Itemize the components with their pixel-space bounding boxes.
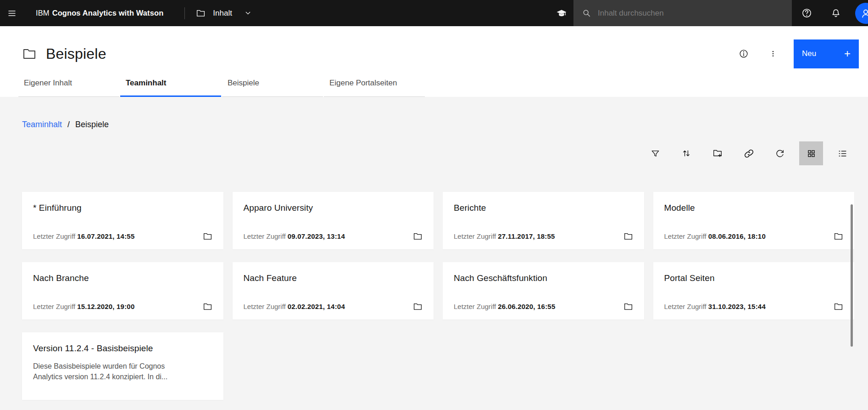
card-meta-label: Letzter Zugriff [33, 303, 75, 310]
breadcrumb-separator: / [67, 120, 70, 129]
folder-icon [196, 8, 206, 18]
filter-icon [651, 149, 660, 158]
card-meta: Letzter Zugriff27.11.2017, 18:55 [454, 231, 633, 241]
list-view-button[interactable] [830, 141, 854, 165]
folder-card[interactable]: Nach Feature Letzter Zugriff02.02.2021, … [233, 262, 434, 320]
card-date: 31.10.2023, 15:44 [708, 303, 766, 310]
card-date: 09.07.2023, 13:14 [288, 232, 345, 240]
tab-beispiele[interactable]: Beispiele [222, 76, 323, 97]
grid-view-icon [807, 149, 816, 158]
notifications-button[interactable] [824, 0, 848, 26]
card-title: Apparo University [244, 203, 423, 213]
card-title: Nach Geschäftsfunktion [454, 273, 633, 283]
card-meta: Letzter Zugriff26.06.2020, 16:55 [454, 302, 633, 311]
card-date: 02.02.2021, 14:04 [288, 303, 345, 310]
card-meta: Letzter Zugriff31.10.2023, 15:44 [664, 302, 844, 311]
folder-card[interactable]: Nach Geschäftsfunktion Letzter Zugriff26… [443, 262, 644, 320]
help-icon [801, 7, 812, 19]
person-icon [860, 7, 868, 19]
cards-grid: * Einführung Letzter Zugriff16.07.2021, … [22, 192, 854, 400]
card-meta-text: Letzter Zugriff02.02.2021, 14:04 [244, 303, 345, 310]
help-button[interactable] [795, 0, 818, 26]
card-meta: Letzter Zugriff15.12.2020, 19:00 [33, 302, 212, 311]
search-input[interactable] [598, 9, 786, 18]
user-avatar[interactable] [855, 3, 868, 24]
page-folder-icon [22, 46, 37, 61]
breadcrumb: Teaminhalt / Beispiele [0, 97, 868, 129]
breadcrumb-parent-link[interactable]: Teaminhalt [22, 120, 62, 129]
hamburger-icon [7, 9, 17, 18]
folder-icon [623, 231, 633, 241]
card-meta-text: Letzter Zugriff27.11.2017, 18:55 [454, 232, 555, 240]
card-title: Version 11.2.4 - Basisbeispiele [33, 343, 212, 354]
page-header: Beispiele Neu + Eigener Inhalt Teaminhal… [0, 26, 868, 97]
filter-button[interactable] [643, 141, 667, 165]
card-title: Portal Seiten [664, 273, 844, 283]
card-meta-label: Letzter Zugriff [33, 232, 75, 240]
overflow-menu-button[interactable] [762, 43, 784, 64]
new-folder-button[interactable] [706, 141, 729, 165]
graduation-cap-icon [556, 8, 567, 19]
folder-icon [834, 302, 843, 311]
folder-card[interactable]: Modelle Letzter Zugriff08.06.2016, 18:10 [653, 192, 855, 249]
info-button[interactable] [733, 43, 754, 64]
info-icon [738, 48, 749, 59]
global-search [573, 0, 792, 26]
card-meta-text: Letzter Zugriff08.06.2016, 18:10 [664, 232, 766, 240]
card-meta-label: Letzter Zugriff [454, 303, 496, 310]
card-date: 27.11.2017, 18:55 [498, 232, 555, 240]
vertical-scrollbar[interactable] [851, 204, 853, 347]
link-button[interactable] [737, 141, 761, 165]
card-meta-text: Letzter Zugriff16.07.2021, 14:55 [33, 232, 134, 240]
folder-card[interactable]: Berichte Letzter Zugriff27.11.2017, 18:5… [443, 192, 644, 249]
folder-plus-icon [712, 148, 723, 158]
card-date: 15.12.2020, 19:00 [77, 303, 134, 310]
card-meta: Letzter Zugriff08.06.2016, 18:10 [664, 231, 844, 241]
folder-icon [413, 302, 423, 311]
folder-card[interactable]: Portal Seiten Letzter Zugriff31.10.2023,… [653, 262, 855, 320]
folder-card[interactable]: Nach Branche Letzter Zugriff15.12.2020, … [22, 262, 223, 320]
grid-view-button[interactable] [799, 141, 823, 165]
folder-icon [623, 302, 633, 311]
card-title: Nach Branche [33, 273, 212, 283]
kebab-icon [768, 49, 778, 59]
refresh-icon [775, 148, 785, 158]
card-meta-label: Letzter Zugriff [244, 232, 286, 240]
card-date: 08.06.2016, 18:10 [708, 232, 766, 240]
folder-icon [834, 231, 843, 241]
brand-name: Cognos Analytics with Watson [52, 9, 164, 17]
folder-card[interactable]: Version 11.2.4 - Basisbeispiele Diese Ba… [22, 332, 223, 400]
content-area: Teaminhalt / Beispiele [0, 97, 868, 410]
folder-card[interactable]: * Einführung Letzter Zugriff16.07.2021, … [22, 192, 223, 249]
card-meta-label: Letzter Zugriff [454, 232, 496, 240]
learning-button[interactable] [550, 0, 573, 26]
card-title: Nach Feature [244, 273, 423, 283]
link-icon [744, 149, 754, 158]
folder-icon [413, 231, 423, 241]
card-title: Berichte [454, 203, 633, 213]
breadcrumb-current: Beispiele [75, 120, 109, 129]
card-meta: Letzter Zugriff09.07.2023, 13:14 [244, 231, 423, 241]
app-header: IBMCognos Analytics with Watson Inhalt [0, 0, 868, 26]
new-button[interactable]: Neu + [794, 39, 859, 68]
brand-prefix: IBM [36, 9, 50, 17]
card-meta-text: Letzter Zugriff09.07.2023, 13:14 [244, 232, 345, 240]
tab-teaminhalt[interactable]: Teaminhalt [120, 76, 221, 97]
tab-eigene-portalseiten[interactable]: Eigene Portalseiten [324, 76, 425, 97]
content-nav-switcher[interactable]: Inhalt [185, 0, 262, 26]
list-view-icon [838, 149, 847, 158]
new-button-label: Neu [802, 49, 816, 58]
hamburger-menu-button[interactable] [1, 0, 23, 26]
tab-eigener-inhalt[interactable]: Eigener Inhalt [18, 76, 119, 97]
card-meta-text: Letzter Zugriff26.06.2020, 16:55 [454, 303, 555, 310]
folder-card[interactable]: Apparo University Letzter Zugriff09.07.2… [233, 192, 434, 249]
folder-icon [203, 302, 212, 311]
card-meta-text: Letzter Zugriff31.10.2023, 15:44 [664, 303, 766, 310]
card-title: Modelle [664, 203, 844, 213]
nav-switcher-label: Inhalt [213, 9, 232, 18]
sort-button[interactable] [674, 141, 698, 165]
app-brand: IBMCognos Analytics with Watson [36, 9, 163, 17]
page-title: Beispiele [46, 45, 106, 62]
refresh-button[interactable] [768, 141, 792, 165]
search-icon [582, 8, 591, 18]
